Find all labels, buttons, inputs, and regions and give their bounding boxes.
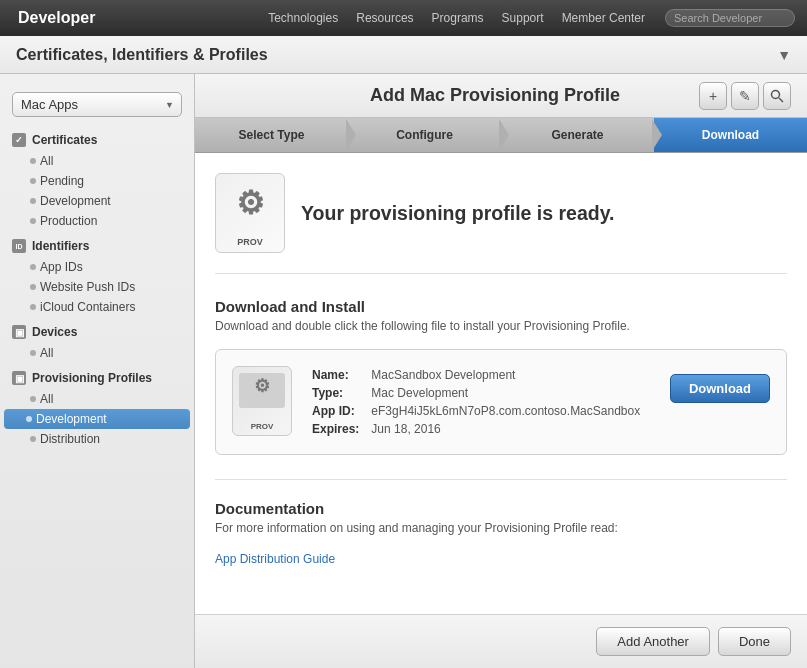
dot-icon bbox=[30, 178, 36, 184]
search-icon bbox=[770, 89, 784, 103]
search-button[interactable] bbox=[763, 82, 791, 110]
provisioning-header: ▣ Provisioning Profiles bbox=[0, 367, 194, 389]
brand-name: Developer bbox=[18, 9, 95, 27]
app-distribution-guide-link[interactable]: App Distribution Guide bbox=[215, 552, 335, 566]
profile-card-row: Name: MacSandbox Development Type: Mac D… bbox=[308, 366, 770, 438]
download-section-title: Download and Install bbox=[215, 298, 787, 315]
profile-ready-heading: Your provisioning profile is ready. bbox=[301, 202, 615, 225]
sub-header-dropdown-arrow[interactable]: ▼ bbox=[777, 47, 791, 63]
certificates-icon: ✓ bbox=[12, 133, 26, 147]
page-header: Add Mac Provisioning Profile + ✎ bbox=[195, 74, 807, 118]
done-button[interactable]: Done bbox=[718, 627, 791, 656]
devices-icon: ▣ bbox=[12, 325, 26, 339]
dot-icon bbox=[30, 284, 36, 290]
content-footer: Add Another Done bbox=[195, 614, 807, 668]
nav-support[interactable]: Support bbox=[502, 11, 544, 25]
sidebar-section-devices: ▣ Devices All bbox=[0, 321, 194, 363]
prov-label-large: PROV bbox=[237, 237, 263, 247]
expires-label: Expires: bbox=[308, 420, 367, 438]
sidebar-item-cert-development[interactable]: Development bbox=[0, 191, 194, 211]
prov-icon-small: ⚙ PROV bbox=[232, 366, 292, 436]
logo: Developer bbox=[12, 9, 95, 27]
sidebar-item-icloud[interactable]: iCloud Containers bbox=[0, 297, 194, 317]
svg-point-0 bbox=[772, 90, 780, 98]
content-scroll: ⚙ PROV Your provisioning profile is read… bbox=[195, 153, 807, 614]
devices-label: Devices bbox=[32, 325, 77, 339]
sidebar-item-cert-pending[interactable]: Pending bbox=[0, 171, 194, 191]
search-input[interactable] bbox=[665, 9, 795, 27]
top-nav: Developer Technologies Resources Program… bbox=[0, 0, 807, 36]
step-configure[interactable]: Configure bbox=[348, 118, 501, 152]
documentation-section: Documentation For more information on us… bbox=[215, 479, 787, 566]
name-value: MacSandbox Development bbox=[367, 366, 644, 384]
prov-label-small: PROV bbox=[251, 422, 274, 431]
main-layout: Mac Apps ✓ Certificates All Pending Deve… bbox=[0, 74, 807, 668]
dot-icon bbox=[30, 436, 36, 442]
dot-icon bbox=[30, 350, 36, 356]
step-generate[interactable]: Generate bbox=[501, 118, 654, 152]
sidebar-section-identifiers: ID Identifiers App IDs Website Push IDs … bbox=[0, 235, 194, 317]
nav-programs[interactable]: Programs bbox=[432, 11, 484, 25]
mac-apps-select-container[interactable]: Mac Apps bbox=[12, 92, 182, 117]
sidebar-section-certificates: ✓ Certificates All Pending Development P… bbox=[0, 129, 194, 231]
appid-value: eF3gH4iJ5kL6mN7oP8.com.contoso.MacSandbo… bbox=[367, 402, 644, 420]
sidebar-item-cert-production[interactable]: Production bbox=[0, 211, 194, 231]
sub-header-title: Certificates, Identifiers & Profiles bbox=[16, 46, 777, 64]
mac-apps-select[interactable]: Mac Apps bbox=[12, 92, 182, 117]
nav-technologies[interactable]: Technologies bbox=[268, 11, 338, 25]
step-download[interactable]: Download bbox=[654, 118, 807, 152]
sidebar-item-website-push[interactable]: Website Push IDs bbox=[0, 277, 194, 297]
dot-icon bbox=[30, 304, 36, 310]
profile-details: Name: MacSandbox Development Type: Mac D… bbox=[308, 366, 654, 438]
type-value: Mac Development bbox=[367, 384, 644, 402]
sub-header: Certificates, Identifiers & Profiles ▼ bbox=[0, 36, 807, 74]
page-title: Add Mac Provisioning Profile bbox=[291, 85, 699, 106]
devices-header: ▣ Devices bbox=[0, 321, 194, 343]
name-label: Name: bbox=[308, 366, 367, 384]
content-area: Add Mac Provisioning Profile + ✎ Select … bbox=[195, 74, 807, 668]
nav-resources[interactable]: Resources bbox=[356, 11, 413, 25]
dot-icon bbox=[30, 198, 36, 204]
sidebar-item-appids[interactable]: App IDs bbox=[0, 257, 194, 277]
sidebar-item-prov-distribution[interactable]: Distribution bbox=[0, 429, 194, 449]
provisioning-label: Provisioning Profiles bbox=[32, 371, 152, 385]
steps-bar: Select Type Configure Generate Download bbox=[195, 118, 807, 153]
doc-section-desc: For more information on using and managi… bbox=[215, 521, 787, 535]
download-button[interactable]: Download bbox=[670, 374, 770, 403]
sidebar-item-prov-development[interactable]: Development bbox=[4, 409, 190, 429]
gear-small-icon: ⚙ bbox=[254, 375, 270, 397]
add-button[interactable]: + bbox=[699, 82, 727, 110]
svg-line-1 bbox=[779, 98, 783, 102]
sidebar-section-provisioning: ▣ Provisioning Profiles All Development … bbox=[0, 367, 194, 449]
sidebar-item-prov-all[interactable]: All bbox=[0, 389, 194, 409]
profile-ready-section: ⚙ PROV Your provisioning profile is read… bbox=[215, 173, 787, 274]
gear-icon: ⚙ bbox=[236, 184, 265, 222]
doc-section-title: Documentation bbox=[215, 500, 787, 517]
expires-value: Jun 18, 2016 bbox=[367, 420, 644, 438]
top-nav-links: Technologies Resources Programs Support … bbox=[268, 11, 645, 25]
identifiers-label: Identifiers bbox=[32, 239, 89, 253]
sidebar-item-devices-all[interactable]: All bbox=[0, 343, 194, 363]
certificates-label: Certificates bbox=[32, 133, 97, 147]
profile-card: ⚙ PROV Name: MacSandbox Development bbox=[215, 349, 787, 455]
download-install-section: Download and Install Download and double… bbox=[215, 298, 787, 455]
download-btn-wrapper: Download bbox=[670, 366, 770, 405]
nav-member-center[interactable]: Member Center bbox=[562, 11, 645, 25]
sidebar: Mac Apps ✓ Certificates All Pending Deve… bbox=[0, 74, 195, 668]
mac-apps-select-wrapper: Mac Apps bbox=[0, 84, 194, 129]
dot-icon bbox=[26, 416, 32, 422]
dot-icon bbox=[30, 158, 36, 164]
add-another-button[interactable]: Add Another bbox=[596, 627, 710, 656]
dot-icon bbox=[30, 264, 36, 270]
identifiers-header: ID Identifiers bbox=[0, 235, 194, 257]
certificates-header: ✓ Certificates bbox=[0, 129, 194, 151]
edit-button[interactable]: ✎ bbox=[731, 82, 759, 110]
provisioning-icon: ▣ bbox=[12, 371, 26, 385]
sidebar-item-cert-all[interactable]: All bbox=[0, 151, 194, 171]
download-section-desc: Download and double click the following … bbox=[215, 319, 787, 333]
page-header-actions: + ✎ bbox=[699, 82, 791, 110]
dot-icon bbox=[30, 396, 36, 402]
step-select-type[interactable]: Select Type bbox=[195, 118, 348, 152]
type-label: Type: bbox=[308, 384, 367, 402]
prov-icon-large: ⚙ PROV bbox=[215, 173, 285, 253]
